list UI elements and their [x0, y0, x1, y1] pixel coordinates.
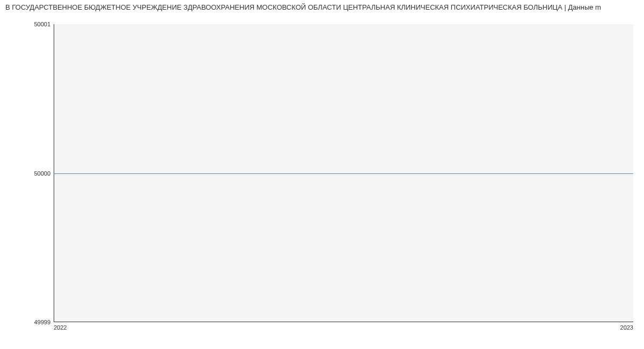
data-line	[54, 173, 633, 174]
chart-container: В ГОСУДАРСТВЕННОЕ БЮДЖЕТНОЕ УЧРЕЖДЕНИЕ З…	[0, 0, 644, 349]
x-tick-label: 2022	[54, 324, 67, 331]
y-tick-label: 49999	[34, 319, 50, 325]
y-tick-label: 50000	[34, 170, 50, 177]
x-tick-label: 2023	[620, 324, 633, 331]
chart-title: В ГОСУДАРСТВЕННОЕ БЮДЖЕТНОЕ УЧРЕЖДЕНИЕ З…	[0, 3, 644, 11]
y-tick-label: 50001	[34, 21, 50, 27]
